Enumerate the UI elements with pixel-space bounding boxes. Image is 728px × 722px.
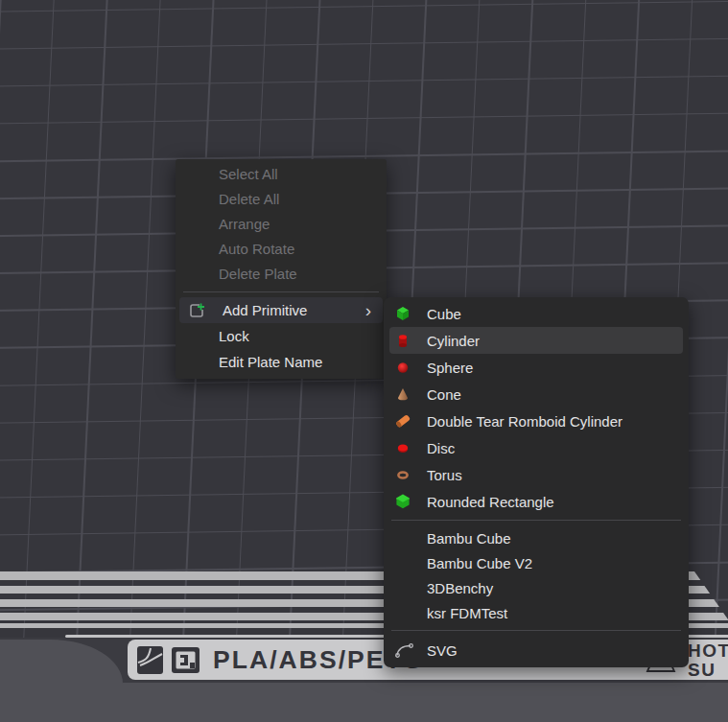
- submenu-item-cone[interactable]: Cone: [384, 381, 689, 408]
- submenu-item-bambu-cube-v2[interactable]: Bambu Cube V2: [384, 550, 689, 575]
- submenu-item-ksr-fdmtest[interactable]: ksr FDMTest: [384, 600, 689, 625]
- submenu-separator: [391, 520, 681, 521]
- submenu-item-3dbenchy[interactable]: 3DBenchy: [384, 575, 689, 600]
- cube-icon: [395, 306, 411, 321]
- menu-item-lock[interactable]: Lock: [176, 323, 387, 349]
- rounded-rectangle-icon: [395, 494, 411, 509]
- menu-item-add-primitive[interactable]: Add Primitive ›: [179, 297, 383, 323]
- add-primitive-icon: [188, 302, 205, 319]
- menu-separator: [183, 291, 379, 292]
- menu-item-edit-plate-name[interactable]: Edit Plate Name: [176, 349, 387, 375]
- hot-surface-text: HOT SU: [688, 641, 728, 680]
- plate-number-icon: [172, 647, 200, 673]
- cylinder-icon: [395, 333, 411, 348]
- submenu-item-double-tear-romboid-cylinder[interactable]: Double Tear Romboid Cylinder: [384, 408, 689, 434]
- torus-icon: [395, 467, 411, 482]
- submenu-item-rounded-rectangle[interactable]: Rounded Rectangle: [384, 488, 689, 515]
- menu-item-auto-rotate: Auto Rotate: [176, 237, 387, 262]
- submenu-item-bambu-cube[interactable]: Bambu Cube: [384, 525, 689, 550]
- submenu-item-cube[interactable]: Cube: [384, 300, 689, 327]
- bezier-curve-icon: [395, 642, 414, 658]
- menu-item-label: Edit Plate Name: [219, 354, 322, 370]
- submenu-separator: [391, 630, 681, 631]
- bambu-logo-icon: [137, 646, 163, 674]
- cone-icon: [395, 386, 411, 402]
- submenu-item-cylinder[interactable]: Cylinder: [389, 327, 683, 354]
- menu-item-delete-plate: Delete Plate: [176, 262, 387, 287]
- submenu-item-svg[interactable]: SVG: [384, 636, 689, 664]
- submenu-chevron-icon: ›: [365, 301, 371, 319]
- submenu-item-torus[interactable]: Torus: [384, 461, 689, 488]
- plate-context-menu: Select All Delete All Arrange Auto Rotat…: [176, 159, 387, 379]
- submenu-item-disc[interactable]: Disc: [384, 434, 689, 461]
- submenu-item-sphere[interactable]: Sphere: [384, 354, 689, 381]
- menu-item-label: Add Primitive: [223, 302, 307, 318]
- sphere-icon: [395, 360, 411, 375]
- menu-item-label: Lock: [219, 328, 249, 344]
- menu-item-delete-all: Delete All: [176, 187, 387, 212]
- romboid-cylinder-icon: [395, 413, 411, 429]
- printer-bed: [0, 683, 728, 722]
- add-primitive-submenu: Cube Cylinder Sphere: [384, 297, 689, 667]
- menu-item-arrange: Arrange: [176, 212, 387, 237]
- menu-item-select-all: Select All: [176, 162, 387, 187]
- disc-icon: [395, 440, 411, 455]
